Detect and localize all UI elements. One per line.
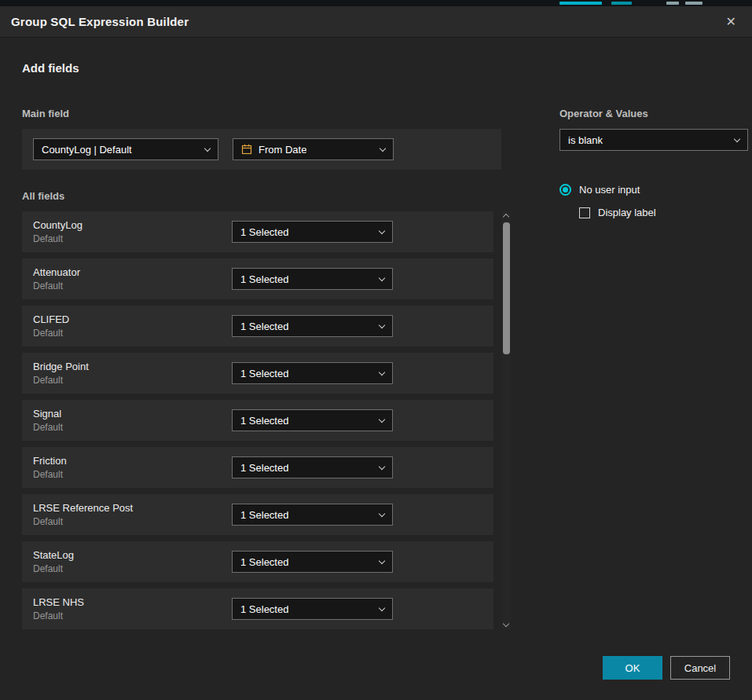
dialog-header: Group SQL Expression Builder ✕ xyxy=(0,6,752,38)
chevron-down-icon xyxy=(379,321,385,328)
field-sublabel: Default xyxy=(33,280,232,291)
display-label-label: Display label xyxy=(598,207,656,218)
layer-select-value: CountyLog | Default xyxy=(42,144,132,156)
field-name: Signal xyxy=(33,408,232,420)
operator-select[interactable]: is blank xyxy=(559,129,748,151)
field-row: Signal Default 1 Selected xyxy=(22,400,493,441)
field-count-select[interactable]: 1 Selected xyxy=(232,551,393,573)
all-fields-list-wrap: CountyLog Default 1 Selected Attenuator … xyxy=(22,211,511,629)
operator-values-label: Operator & Values xyxy=(559,108,748,119)
chevron-down-icon xyxy=(734,135,740,141)
field-row-names: CountyLog Default xyxy=(33,219,232,244)
field-count-select[interactable]: 1 Selected xyxy=(232,456,393,478)
field-row: LRSE Reference Post Default 1 Selected xyxy=(22,494,493,535)
field-row: Attenuator Default 1 Selected xyxy=(22,258,493,299)
field-row-names: LRSE NHS Default xyxy=(33,596,232,621)
display-label-checkbox[interactable]: Display label xyxy=(579,207,748,218)
field-name: LRSE NHS xyxy=(33,596,232,608)
main-field-select[interactable]: From Date xyxy=(233,138,394,160)
calendar-icon xyxy=(241,144,252,155)
field-sublabel: Default xyxy=(33,469,232,480)
main-field-panel: CountyLog | Default xyxy=(22,129,501,170)
field-sublabel: Default xyxy=(33,563,232,574)
dialog-title: Group SQL Expression Builder xyxy=(11,15,189,28)
scroll-down-icon[interactable] xyxy=(503,621,509,627)
chevron-down-icon xyxy=(379,463,385,469)
field-row-names: Signal Default xyxy=(33,408,232,433)
field-count-value: 1 Selected xyxy=(240,415,288,427)
field-row: Bridge Point Default 1 Selected xyxy=(22,353,493,394)
field-sublabel: Default xyxy=(33,422,232,433)
chevron-down-icon xyxy=(379,274,385,280)
scrollbar-thumb[interactable] xyxy=(503,222,510,354)
chevron-down-icon xyxy=(379,557,385,563)
chevron-down-icon xyxy=(379,227,385,233)
layer-select[interactable]: CountyLog | Default xyxy=(33,138,218,160)
field-sublabel: Default xyxy=(33,233,232,244)
field-sublabel: Default xyxy=(33,375,232,386)
field-row-names: StateLog Default xyxy=(33,549,232,574)
field-count-select[interactable]: 1 Selected xyxy=(232,268,393,290)
field-count-select[interactable]: 1 Selected xyxy=(232,504,393,526)
scrollbar[interactable] xyxy=(502,211,511,629)
background-ui-fragment xyxy=(685,2,702,5)
field-row: LRSE NHS Default 1 Selected xyxy=(22,588,493,629)
no-user-input-radio[interactable]: No user input xyxy=(559,184,748,196)
field-count-value: 1 Selected xyxy=(240,603,288,615)
field-count-value: 1 Selected xyxy=(240,273,288,285)
chevron-down-icon xyxy=(380,145,386,151)
close-icon[interactable]: ✕ xyxy=(721,13,741,31)
all-fields-label: All fields xyxy=(22,190,511,202)
dialog-footer: OK Cancel xyxy=(603,656,730,680)
field-count-select[interactable]: 1 Selected xyxy=(232,221,393,243)
cancel-button[interactable]: Cancel xyxy=(670,656,730,680)
field-row-names: Friction Default xyxy=(33,455,232,480)
operator-select-value: is blank xyxy=(568,134,603,146)
field-sublabel: Default xyxy=(33,610,232,621)
operator-column: Operator & Values is blank No user input… xyxy=(559,92,748,629)
field-sublabel: Default xyxy=(33,328,232,339)
chevron-down-icon xyxy=(379,510,385,516)
main-field-select-value: From Date xyxy=(259,144,306,156)
page: Group SQL Expression Builder ✕ Add field… xyxy=(0,0,752,700)
field-row-names: CLIFED Default xyxy=(33,313,232,339)
field-row-names: Bridge Point Default xyxy=(33,361,232,386)
field-count-value: 1 Selected xyxy=(240,556,288,568)
field-count-value: 1 Selected xyxy=(240,462,288,474)
field-count-value: 1 Selected xyxy=(240,509,288,521)
field-name: CLIFED xyxy=(33,313,232,325)
field-row: Friction Default 1 Selected xyxy=(22,447,493,488)
field-count-select[interactable]: 1 Selected xyxy=(232,598,393,620)
sql-expression-builder-dialog: Group SQL Expression Builder ✕ Add field… xyxy=(0,6,752,700)
background-ui-fragment xyxy=(666,2,679,5)
chevron-down-icon xyxy=(379,416,385,422)
field-count-value: 1 Selected xyxy=(240,368,288,379)
radio-icon xyxy=(559,184,571,196)
field-count-select[interactable]: 1 Selected xyxy=(232,409,393,431)
field-name: StateLog xyxy=(33,549,232,561)
main-field-label: Main field xyxy=(22,108,511,119)
background-ui-fragment xyxy=(611,2,632,5)
ok-button[interactable]: OK xyxy=(603,656,662,680)
field-count-select[interactable]: 1 Selected xyxy=(232,362,393,384)
field-row-names: Attenuator Default xyxy=(33,266,232,291)
checkbox-icon xyxy=(579,207,590,218)
field-count-select[interactable]: 1 Selected xyxy=(232,315,393,337)
scroll-up-icon[interactable] xyxy=(503,214,509,220)
field-name: Attenuator xyxy=(33,266,232,278)
field-name: Bridge Point xyxy=(33,361,232,372)
chevron-down-icon xyxy=(379,368,385,375)
dialog-body: Add fields Main field CountyLog | Defaul… xyxy=(0,38,752,700)
no-user-input-label: No user input xyxy=(579,184,640,196)
field-row: StateLog Default 1 Selected xyxy=(22,541,493,582)
field-row-names: LRSE Reference Post Default xyxy=(33,502,232,527)
chevron-down-icon xyxy=(379,604,385,610)
field-row: CLIFED Default 1 Selected xyxy=(22,306,493,346)
fields-column: Main field CountyLog | Default xyxy=(22,92,511,629)
add-fields-heading: Add fields xyxy=(22,38,730,75)
field-sublabel: Default xyxy=(33,516,232,527)
chevron-down-icon xyxy=(204,145,211,151)
background-ui-fragment xyxy=(559,2,602,5)
dialog-columns: Main field CountyLog | Default xyxy=(22,92,730,629)
field-name: CountyLog xyxy=(33,219,232,231)
